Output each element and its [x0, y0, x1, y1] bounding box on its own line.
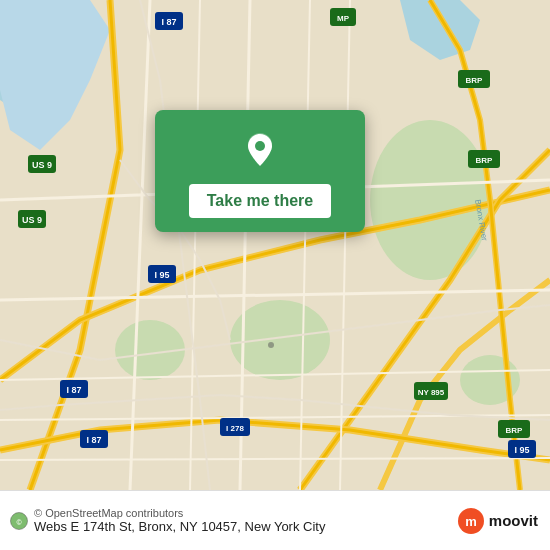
svg-text:I 87: I 87: [86, 435, 101, 445]
osm-logo: ©: [10, 512, 28, 530]
take-me-there-button[interactable]: Take me there: [189, 184, 331, 218]
bottom-content: © OpenStreetMap contributors Webs E 174t…: [34, 507, 325, 534]
svg-text:US 9: US 9: [32, 160, 52, 170]
bottom-bar: © © OpenStreetMap contributors Webs E 17…: [0, 490, 550, 550]
location-pin-icon: [238, 128, 282, 172]
svg-text:I 278: I 278: [226, 424, 244, 433]
svg-text:BRP: BRP: [506, 426, 524, 435]
svg-point-46: [268, 342, 274, 348]
moovit-brand-name: moovit: [489, 512, 538, 529]
svg-text:BRP: BRP: [476, 156, 494, 165]
svg-text:I 95: I 95: [514, 445, 529, 455]
svg-text:US 9: US 9: [22, 215, 42, 225]
svg-point-48: [255, 141, 265, 151]
svg-text:MP: MP: [337, 14, 350, 23]
moovit-logo: m moovit: [457, 507, 538, 535]
svg-text:I 95: I 95: [154, 270, 169, 280]
svg-text:©: ©: [16, 518, 22, 525]
bottom-left-section: © © OpenStreetMap contributors Webs E 17…: [10, 507, 457, 534]
svg-text:I 87: I 87: [66, 385, 81, 395]
svg-text:NY 895: NY 895: [418, 388, 445, 397]
map-svg: Bronx River US 9 US 9 I 87 I 87 I 87 MP …: [0, 0, 550, 490]
svg-text:m: m: [465, 514, 477, 529]
attribution-text: © OpenStreetMap contributors: [34, 507, 325, 519]
svg-point-5: [370, 120, 490, 280]
address-text: Webs E 174th St, Bronx, NY 10457, New Yo…: [34, 519, 325, 534]
svg-text:I 87: I 87: [161, 17, 176, 27]
map-container: Bronx River US 9 US 9 I 87 I 87 I 87 MP …: [0, 0, 550, 490]
location-card: Take me there: [155, 110, 365, 232]
moovit-brand-icon: m: [457, 507, 485, 535]
svg-text:BRP: BRP: [466, 76, 484, 85]
